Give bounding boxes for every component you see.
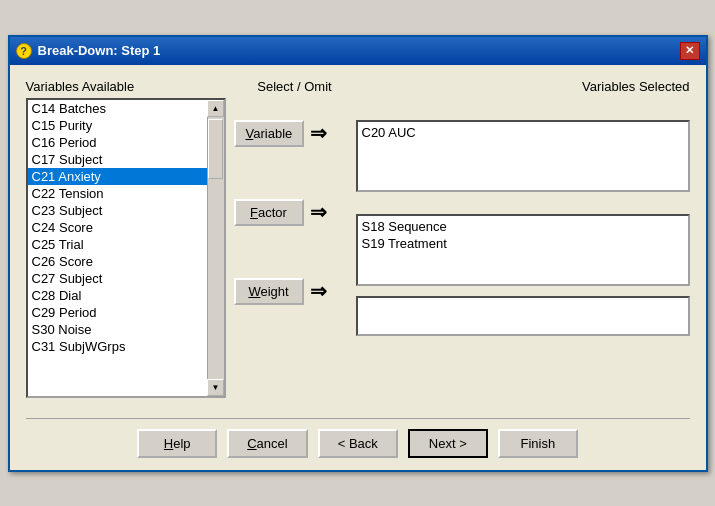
select-omit-label: Select / Omit bbox=[257, 79, 331, 94]
list-item[interactable]: S30 Noise bbox=[28, 321, 207, 338]
select-omit-panel: Variable ⇒ Factor ⇒ Weight ⇒ bbox=[226, 98, 356, 418]
close-button[interactable]: ✕ bbox=[680, 42, 700, 60]
cancel-button[interactable]: Cancel bbox=[227, 429, 307, 458]
window-title: Break-Down: Step 1 bbox=[38, 43, 161, 58]
cancel-label: Cancel bbox=[247, 436, 287, 451]
gap2 bbox=[356, 286, 690, 296]
weight-selected-box bbox=[356, 296, 690, 336]
factor-button[interactable]: Factor bbox=[234, 199, 304, 226]
factor-row: Factor ⇒ bbox=[226, 199, 356, 226]
variable-button-label: Variable bbox=[246, 126, 293, 141]
column-headers: Variables Available Select / Omit Variab… bbox=[26, 79, 690, 94]
button-bar: Help Cancel < Back Next > Finish bbox=[26, 418, 690, 458]
list-item[interactable]: C24 Score bbox=[28, 219, 207, 236]
list-item[interactable]: C22 Tension bbox=[28, 185, 207, 202]
factor-arrow: ⇒ bbox=[310, 200, 327, 224]
list-item[interactable]: C27 Subject bbox=[28, 270, 207, 287]
next-label: Next > bbox=[429, 436, 467, 451]
list-item[interactable]: C16 Period bbox=[28, 134, 207, 151]
gap1 bbox=[356, 192, 690, 214]
list-item[interactable]: C14 Batches bbox=[28, 100, 207, 117]
title-bar: ? Break-Down: Step 1 ✕ bbox=[10, 37, 706, 65]
factor-selected-box: S18 SequenceS19 Treatment bbox=[356, 214, 690, 286]
right-header: Variables Selected bbox=[356, 79, 690, 94]
next-button[interactable]: Next > bbox=[408, 429, 488, 458]
list-item[interactable]: C28 Dial bbox=[28, 287, 207, 304]
list-item[interactable]: C31 SubjWGrps bbox=[28, 338, 207, 355]
window-icon: ? bbox=[16, 43, 32, 59]
finish-label: Finish bbox=[520, 436, 555, 451]
factor-button-label: Factor bbox=[250, 205, 287, 220]
variables-listbox-container[interactable]: C14 BatchesC15 PurityC16 PeriodC17 Subje… bbox=[26, 98, 226, 398]
selected-factor-item: S18 Sequence bbox=[362, 218, 684, 235]
variable-arrow: ⇒ bbox=[310, 121, 327, 145]
help-button[interactable]: Help bbox=[137, 429, 217, 458]
window-body: Variables Available Select / Omit Variab… bbox=[10, 65, 706, 470]
main-content: C14 BatchesC15 PurityC16 PeriodC17 Subje… bbox=[26, 98, 690, 418]
scrollbar[interactable]: ▲ ▼ bbox=[207, 100, 224, 396]
selected-factor-item: S19 Treatment bbox=[362, 235, 684, 252]
back-label: < Back bbox=[338, 436, 378, 451]
list-item[interactable]: C17 Subject bbox=[28, 151, 207, 168]
help-label: Help bbox=[164, 436, 191, 451]
left-header: Variables Available bbox=[26, 79, 226, 94]
variables-available-label: Variables Available bbox=[26, 79, 135, 94]
scroll-down-arrow[interactable]: ▼ bbox=[207, 379, 224, 396]
weight-arrow: ⇒ bbox=[310, 279, 327, 303]
variable-selected-box: C20 AUC bbox=[356, 120, 690, 192]
weight-button[interactable]: Weight bbox=[234, 278, 304, 305]
list-item[interactable]: C26 Score bbox=[28, 253, 207, 270]
weight-button-label: Weight bbox=[248, 284, 288, 299]
list-item[interactable]: C29 Period bbox=[28, 304, 207, 321]
selected-variable-item: C20 AUC bbox=[362, 124, 684, 141]
list-item[interactable]: C25 Trial bbox=[28, 236, 207, 253]
variable-button[interactable]: Variable bbox=[234, 120, 305, 147]
back-button[interactable]: < Back bbox=[318, 429, 398, 458]
variables-selected-panel: C20 AUC S18 SequenceS19 Treatment bbox=[356, 98, 690, 418]
finish-button[interactable]: Finish bbox=[498, 429, 578, 458]
list-item[interactable]: C23 Subject bbox=[28, 202, 207, 219]
weight-row: Weight ⇒ bbox=[226, 278, 356, 305]
scroll-thumb[interactable] bbox=[208, 119, 223, 179]
variable-row: Variable ⇒ bbox=[226, 120, 356, 147]
scroll-up-arrow[interactable]: ▲ bbox=[207, 100, 224, 117]
variables-listbox[interactable]: C14 BatchesC15 PurityC16 PeriodC17 Subje… bbox=[28, 100, 207, 396]
variables-selected-label: Variables Selected bbox=[582, 79, 689, 94]
list-item[interactable]: C21 Anxiety bbox=[28, 168, 207, 185]
middle-header: Select / Omit bbox=[226, 79, 356, 94]
dialog-window: ? Break-Down: Step 1 ✕ Variables Availab… bbox=[8, 35, 708, 472]
list-item[interactable]: C15 Purity bbox=[28, 117, 207, 134]
title-bar-left: ? Break-Down: Step 1 bbox=[16, 43, 161, 59]
